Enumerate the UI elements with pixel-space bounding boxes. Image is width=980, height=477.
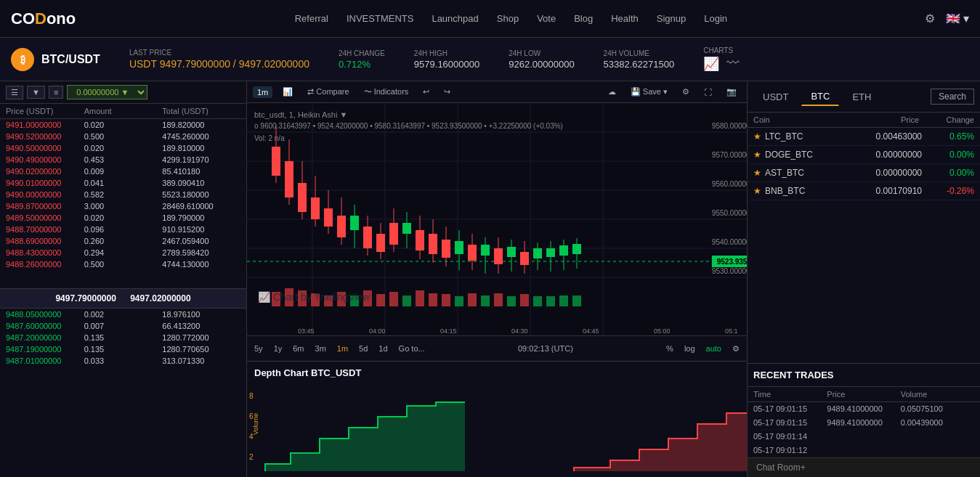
svg-rect-35 <box>363 227 372 248</box>
coin-list-item[interactable]: ★ BNB_BTC 0.00170910 -0.26% <box>748 182 980 200</box>
auto-btn[interactable]: auto <box>706 344 721 353</box>
compare-btn[interactable]: ⇄ Compare <box>303 86 353 98</box>
ob-sell-price: 9490.01000000 <box>6 179 84 187</box>
logo-text2: ono <box>46 9 76 28</box>
ob-sell-amount: 3.000 <box>84 202 163 211</box>
tf-1m[interactable]: 1m <box>253 86 272 98</box>
candlestick-icon[interactable]: 📈 <box>703 56 719 72</box>
language-flag[interactable]: 🇬🇧 ▾ <box>946 12 969 25</box>
ob-sell-row[interactable]: 9488.69000000 0.260 2467.059400 <box>0 235 246 247</box>
tf-3m[interactable]: 3m <box>315 344 326 353</box>
settings-chart-btn[interactable]: ⚙ <box>678 86 694 98</box>
nav-investments[interactable]: INVESTMENTS <box>347 13 413 24</box>
log-btn[interactable]: log <box>684 344 695 353</box>
ob-list-btn[interactable]: ☰ <box>6 86 23 99</box>
chart-type-icons[interactable]: 📈 〰 <box>703 56 740 72</box>
settings-icon[interactable]: ⚙ <box>925 12 935 25</box>
save-btn[interactable]: 💾 Save ▾ <box>626 86 672 98</box>
logo-text: CO <box>11 9 35 28</box>
ob-buy-amount: 0.135 <box>84 333 163 342</box>
star-icon[interactable]: ★ <box>753 150 761 160</box>
coin-name: BNB_BTC <box>765 186 843 196</box>
svg-rect-79 <box>416 290 424 306</box>
coin-header-price: Price <box>836 115 919 124</box>
ob-buy-row[interactable]: 9487.20000000 0.135 1280.772000 <box>0 332 246 343</box>
indicators-btn[interactable]: 〜 Indicators <box>360 85 413 99</box>
redo-btn[interactable]: ↪ <box>440 86 455 98</box>
svg-rect-61 <box>533 248 542 258</box>
chart-type-btn[interactable]: 📊 <box>278 86 297 98</box>
ob-sell-total: 189.820000 <box>162 121 240 129</box>
ob-buy-price: 9487.19000000 <box>6 345 84 354</box>
nav-shop[interactable]: Shop <box>497 13 519 24</box>
percent-btn[interactable]: % <box>666 344 673 353</box>
rt-price: 9489.41000000 <box>827 418 900 427</box>
nav-launchpad[interactable]: Launchpad <box>432 13 478 24</box>
line-chart-icon[interactable]: 〰 <box>726 56 740 72</box>
ob-buy-price: 9488.05000000 <box>6 310 84 319</box>
charts-section: CHARTS 📈 〰 <box>703 46 740 72</box>
nav-health[interactable]: Health <box>611 13 639 24</box>
rt-price <box>827 446 900 454</box>
ob-sell-row[interactable]: 9491.00000000 0.020 189.820000 <box>0 119 246 131</box>
tf-1d[interactable]: 1d <box>378 344 387 353</box>
svg-rect-47 <box>442 240 450 258</box>
ob-sell-row[interactable]: 9489.87000000 3.000 28469.610000 <box>0 200 246 212</box>
goto-btn[interactable]: Go to... <box>399 344 425 353</box>
nav-vote[interactable]: Vote <box>537 13 556 24</box>
ob-buy-row[interactable]: 9487.60000000 0.007 66.413200 <box>0 320 246 332</box>
coin-list-item[interactable]: ★ AST_BTC 0.00000000 0.00% <box>748 164 980 182</box>
coin-list-item[interactable]: ★ DOGE_BTC 0.00000000 0.00% <box>748 146 980 164</box>
star-icon[interactable]: ★ <box>753 186 761 196</box>
ob-sell-row[interactable]: 9489.50000000 0.020 189.790000 <box>0 212 246 224</box>
tab-usdt[interactable]: USDT <box>753 88 798 106</box>
ob-buy-row[interactable]: 9487.01000000 0.033 313.071330 <box>0 355 246 367</box>
tf-5d[interactable]: 5d <box>359 344 368 353</box>
ob-sell-row[interactable]: 9490.00000000 0.582 5523.180000 <box>0 189 246 200</box>
ob-sell-row[interactable]: 9490.01000000 0.041 389.090410 <box>0 177 246 189</box>
spread-ask: 9497.02000000 <box>130 293 190 303</box>
chat-room-btn[interactable]: Chat Room+ <box>748 457 980 477</box>
nav-signup[interactable]: Signup <box>657 13 686 24</box>
nav-blog[interactable]: Blog <box>574 13 593 24</box>
star-icon[interactable]: ★ <box>753 168 761 178</box>
ob-controls: ☰ ▼ ≡ 0.00000000 ▼ <box>0 81 246 104</box>
tab-btc[interactable]: BTC <box>801 87 839 106</box>
main-content: ☰ ▼ ≡ 0.00000000 ▼ Price (USDT) Amount T… <box>0 81 980 477</box>
ob-sell-row[interactable]: 9490.49000000 0.453 4299.191970 <box>0 154 246 166</box>
tf-1y[interactable]: 1y <box>274 344 283 353</box>
ob-sell-amount: 0.500 <box>84 260 163 269</box>
ob-buy-btn[interactable]: ≡ <box>49 86 63 99</box>
coin-name: AST_BTC <box>765 168 843 178</box>
tf-5y[interactable]: 5y <box>254 344 263 353</box>
ob-buy-row[interactable]: 9488.05000000 0.002 18.976100 <box>0 309 246 320</box>
cloud-btn[interactable]: ☁ <box>604 86 620 98</box>
svg-text:8: 8 <box>249 392 254 400</box>
svg-rect-55 <box>494 248 503 264</box>
ob-sell-row[interactable]: 9488.70000000 0.096 910.915200 <box>0 224 246 235</box>
tf-1m-bottom[interactable]: 1m <box>337 344 348 353</box>
ob-sell-row[interactable]: 9490.50000000 0.020 189.810000 <box>0 142 246 154</box>
charts-label: CHARTS <box>703 46 740 54</box>
nav-referral[interactable]: Referral <box>295 13 328 24</box>
ob-sell-row[interactable]: 9490.02000000 0.009 85.410180 <box>0 166 246 177</box>
undo-btn[interactable]: ↩ <box>418 86 434 98</box>
ob-sell-row[interactable]: 9488.43000000 0.294 2789.598420 <box>0 247 246 258</box>
tf-6m[interactable]: 6m <box>293 344 304 353</box>
coin-list-item[interactable]: ★ LTC_BTC 0.00463000 0.65% <box>748 128 980 146</box>
ob-decimal-select[interactable]: 0.00000000 ▼ <box>67 85 147 99</box>
ob-sell-row[interactable]: 9490.52000000 0.500 4745.260000 <box>0 131 246 142</box>
svg-rect-63 <box>546 248 555 257</box>
ob-buy-row[interactable]: 9487.19000000 0.135 1280.770650 <box>0 343 246 355</box>
nav-login[interactable]: Login <box>704 13 727 24</box>
ob-sell-btn[interactable]: ▼ <box>27 86 45 99</box>
fullscreen-btn[interactable]: ⛶ <box>700 86 716 98</box>
ob-sell-row[interactable]: 9488.26000000 0.500 4744.130000 <box>0 258 246 270</box>
coin-price: 0.00463000 <box>843 131 922 142</box>
tab-eth[interactable]: ETH <box>843 88 880 106</box>
screenshot-btn[interactable]: 📷 <box>722 86 741 98</box>
svg-text:03:45: 03:45 <box>298 327 315 335</box>
star-icon[interactable]: ★ <box>753 131 761 142</box>
coin-search-btn[interactable]: Search <box>931 89 974 105</box>
chart-bottom-settings[interactable]: ⚙ <box>732 344 740 354</box>
